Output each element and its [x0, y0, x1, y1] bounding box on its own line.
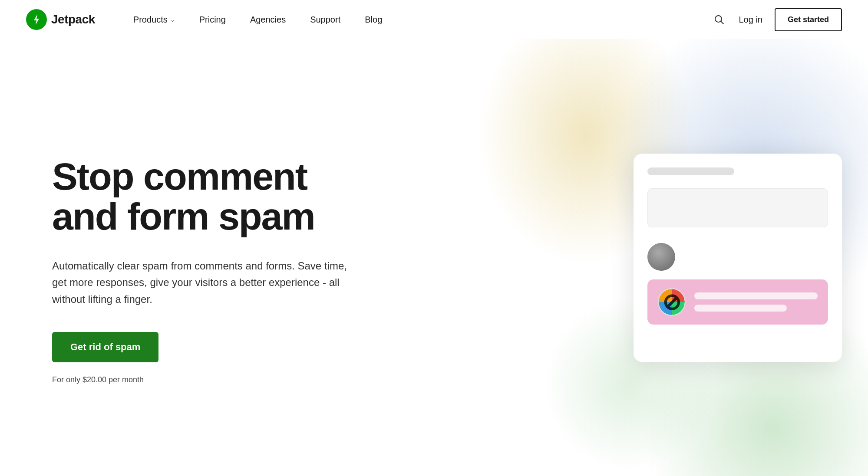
- spam-text-lines: [694, 292, 818, 312]
- card-top-bar: [647, 167, 734, 175]
- hero-description: Automatically clear spam from comments a…: [52, 258, 347, 308]
- hero-section: Stop comment and form spam Automatically…: [0, 39, 868, 476]
- avatar-image: [647, 243, 675, 271]
- svg-line-2: [721, 22, 724, 24]
- search-icon: [714, 15, 724, 24]
- nav-item-blog[interactable]: Blog: [353, 10, 394, 29]
- hero-content: Stop comment and form spam Automatically…: [0, 157, 391, 384]
- nav-item-pricing[interactable]: Pricing: [187, 10, 238, 29]
- no-spam-icon: ⊘: [662, 291, 681, 313]
- nav-right: Log in Get started: [712, 8, 842, 31]
- price-note: For only $20.00 per month: [52, 375, 365, 384]
- svg-point-1: [715, 16, 722, 22]
- card-input-placeholder: [647, 188, 828, 227]
- jetpack-logo-icon: [26, 9, 47, 30]
- svg-marker-0: [34, 14, 39, 25]
- search-button[interactable]: [712, 12, 726, 27]
- avatar: [647, 243, 675, 271]
- spam-line-1: [694, 292, 818, 299]
- jetpack-bolt-svg: [30, 13, 43, 26]
- nav-link-agencies[interactable]: Agencies: [238, 10, 298, 29]
- card-mockup: ⊘: [634, 154, 842, 362]
- spam-line-2: [694, 305, 787, 312]
- navbar: Jetpack Products ⌄ Pricing Agencies Supp…: [0, 0, 868, 39]
- comment-row-spam: ⊘: [647, 279, 828, 325]
- get-started-button[interactable]: Get started: [775, 8, 842, 31]
- chevron-down-icon: ⌄: [170, 16, 175, 23]
- hero-title: Stop comment and form spam: [52, 157, 365, 237]
- hero-illustration: ⊘: [634, 154, 842, 362]
- nav-links: Products ⌄ Pricing Agencies Support Blog: [121, 10, 394, 29]
- logo-text: Jetpack: [51, 13, 95, 26]
- nav-item-products[interactable]: Products ⌄: [121, 10, 187, 29]
- nav-link-blog[interactable]: Blog: [353, 10, 394, 29]
- cta-button[interactable]: Get rid of spam: [52, 332, 158, 362]
- nav-link-pricing[interactable]: Pricing: [187, 10, 238, 29]
- login-link[interactable]: Log in: [739, 15, 762, 25]
- nav-link-products[interactable]: Products ⌄: [121, 10, 187, 29]
- spam-avatar: ⊘: [658, 288, 686, 316]
- logo-link[interactable]: Jetpack: [26, 9, 95, 30]
- comment-row-normal: [647, 243, 828, 271]
- nav-item-agencies[interactable]: Agencies: [238, 10, 298, 29]
- nav-item-support[interactable]: Support: [298, 10, 353, 29]
- nav-link-support[interactable]: Support: [298, 10, 353, 29]
